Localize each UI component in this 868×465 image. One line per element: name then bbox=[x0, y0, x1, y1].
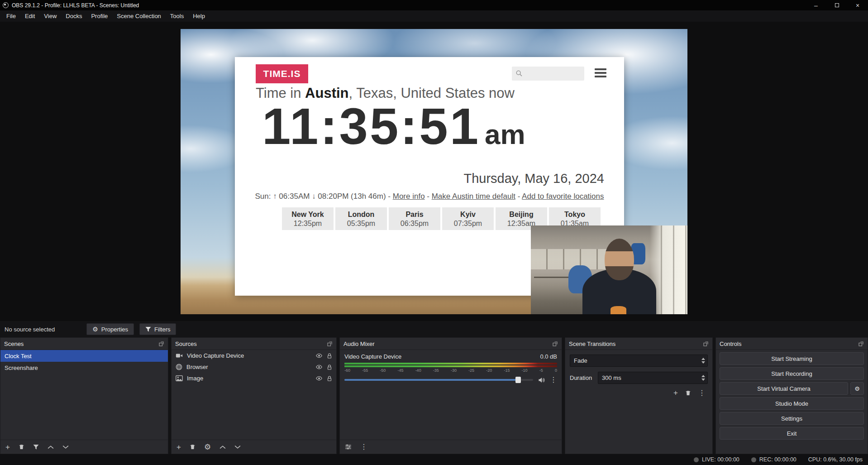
separator: - bbox=[515, 192, 522, 201]
popout-icon[interactable] bbox=[703, 341, 709, 346]
transition-select[interactable]: Fade bbox=[570, 355, 708, 367]
live-status: LIVE: 00:00:00 bbox=[694, 456, 739, 463]
chevron-up-icon bbox=[48, 445, 54, 449]
db-tick: -35 bbox=[433, 368, 439, 373]
source-item-video-capture[interactable]: Video Capture Device bbox=[172, 350, 336, 361]
move-scene-up-button[interactable] bbox=[48, 445, 54, 449]
search-icon bbox=[515, 70, 523, 77]
scene-item-clock-test[interactable]: Clock Test bbox=[0, 350, 168, 362]
maximize-button[interactable] bbox=[826, 0, 847, 10]
preview-area: TIME.IS Time in Austin, Texas, United St… bbox=[0, 22, 868, 321]
duration-value: 300 ms bbox=[598, 374, 699, 381]
db-tick: -20 bbox=[486, 368, 492, 373]
remove-scene-button[interactable] bbox=[19, 444, 24, 450]
move-source-up-button[interactable] bbox=[219, 445, 226, 449]
popout-icon[interactable] bbox=[327, 341, 333, 346]
menu-edit[interactable]: Edit bbox=[20, 10, 39, 22]
lock-icon[interactable] bbox=[327, 364, 332, 370]
transitions-title: Scene Transitions bbox=[569, 340, 615, 347]
menu-tools[interactable]: Tools bbox=[166, 10, 188, 22]
exit-button[interactable]: Exit bbox=[720, 427, 864, 440]
source-item-image[interactable]: Image bbox=[172, 373, 336, 384]
sources-list: Video Capture Device Browser Image bbox=[172, 350, 336, 440]
popout-icon[interactable] bbox=[553, 341, 558, 346]
duration-spinbox[interactable]: 300 ms bbox=[598, 372, 708, 384]
remove-transition-button[interactable] bbox=[685, 390, 691, 396]
mixer-options-button[interactable]: ⋮ bbox=[360, 443, 367, 451]
clock-city: Tokyo bbox=[549, 210, 601, 219]
start-recording-button[interactable]: Start Recording bbox=[720, 367, 864, 380]
remove-source-button[interactable] bbox=[190, 444, 196, 450]
add-scene-button[interactable]: + bbox=[5, 443, 10, 451]
audio-level-db: 0.0 dB bbox=[540, 353, 557, 360]
source-item-browser[interactable]: Browser bbox=[172, 361, 336, 373]
webcam-source-region[interactable] bbox=[531, 225, 687, 314]
video-camera-icon bbox=[176, 353, 183, 359]
meter-db-scale: -60-55-50-45-40-35-30-25-20-15-10-50 bbox=[344, 368, 557, 373]
menu-profile[interactable]: Profile bbox=[86, 10, 112, 22]
menu-help[interactable]: Help bbox=[188, 10, 210, 22]
make-default-link: Make Austin time default bbox=[432, 192, 515, 201]
world-clock-new-york: New York 12:35pm bbox=[282, 207, 334, 230]
meter-bar-left bbox=[344, 363, 557, 364]
combo-arrows-icon bbox=[699, 358, 707, 364]
visibility-eye-icon[interactable] bbox=[315, 375, 323, 382]
start-streaming-button[interactable]: Start Streaming bbox=[720, 352, 864, 365]
hamburger-menu-icon bbox=[595, 68, 606, 79]
volume-slider[interactable] bbox=[344, 379, 533, 381]
world-clock-london: London 05:35pm bbox=[335, 207, 387, 230]
source-label: Image bbox=[187, 375, 311, 382]
channel-options-button[interactable]: ⋮ bbox=[550, 376, 557, 384]
rec-status: REC: 00:00:00 bbox=[751, 456, 796, 463]
clock-city: London bbox=[335, 210, 387, 219]
filter-icon bbox=[145, 326, 151, 332]
clock-city: Beijing bbox=[496, 210, 547, 219]
visibility-eye-icon[interactable] bbox=[315, 352, 323, 359]
virtual-camera-config-button[interactable]: ⚙ bbox=[850, 382, 864, 395]
popout-icon[interactable] bbox=[159, 341, 164, 346]
close-button[interactable]: × bbox=[847, 0, 868, 10]
db-tick: -10 bbox=[522, 368, 528, 373]
preview-canvas[interactable]: TIME.IS Time in Austin, Texas, United St… bbox=[181, 29, 687, 314]
settings-button[interactable]: Settings bbox=[720, 412, 864, 425]
live-timer: LIVE: 00:00:00 bbox=[702, 456, 739, 463]
minimize-button[interactable]: – bbox=[806, 0, 826, 10]
start-virtual-camera-button[interactable]: Start Virtual Camera bbox=[720, 382, 848, 395]
move-scene-down-button[interactable] bbox=[62, 445, 69, 449]
gear-icon: ⚙ bbox=[92, 326, 98, 332]
move-source-down-button[interactable] bbox=[234, 445, 241, 449]
scenes-dock-header: Scenes bbox=[0, 338, 168, 350]
db-tick: -45 bbox=[397, 368, 403, 373]
menu-docks[interactable]: Docks bbox=[61, 10, 86, 22]
cpu-fps-status: CPU: 0.6%, 30.00 fps bbox=[808, 456, 863, 463]
lock-icon[interactable] bbox=[327, 375, 332, 382]
minimize-icon: – bbox=[814, 2, 818, 9]
advanced-audio-button[interactable] bbox=[345, 444, 352, 450]
popout-icon[interactable] bbox=[858, 341, 864, 346]
spinner-arrows-icon[interactable] bbox=[699, 375, 707, 381]
filter-icon bbox=[33, 444, 39, 450]
mute-speaker-button[interactable] bbox=[538, 377, 545, 384]
source-properties-button[interactable]: ⚙ bbox=[204, 443, 211, 451]
rec-timer: REC: 00:00:00 bbox=[759, 456, 796, 463]
source-label: Browser bbox=[186, 364, 311, 370]
db-tick: 0 bbox=[555, 368, 557, 373]
window-title: OBS 29.1.2 - Profile: LLHLS BETA - Scene… bbox=[12, 2, 139, 9]
menu-file[interactable]: File bbox=[2, 10, 20, 22]
visibility-eye-icon[interactable] bbox=[315, 364, 323, 370]
filters-button[interactable]: Filters bbox=[139, 323, 176, 335]
menu-view[interactable]: View bbox=[39, 10, 61, 22]
scene-item-screenshare[interactable]: Screenshare bbox=[0, 362, 168, 374]
menu-scene-collection[interactable]: Scene Collection bbox=[112, 10, 166, 22]
transition-options-button[interactable]: ⋮ bbox=[698, 389, 706, 397]
scene-filters-button[interactable] bbox=[33, 444, 39, 450]
lock-icon[interactable] bbox=[327, 353, 332, 359]
add-source-button[interactable]: + bbox=[176, 443, 181, 451]
volume-slider-handle[interactable] bbox=[515, 377, 521, 383]
plus-icon: + bbox=[673, 389, 678, 397]
add-transition-button[interactable]: + bbox=[673, 389, 678, 397]
properties-button[interactable]: ⚙ Properties bbox=[86, 323, 134, 335]
studio-mode-button[interactable]: Studio Mode bbox=[720, 397, 864, 410]
time-ampm: am bbox=[485, 119, 525, 150]
world-clock-kyiv: Kyiv 07:35pm bbox=[442, 207, 494, 230]
